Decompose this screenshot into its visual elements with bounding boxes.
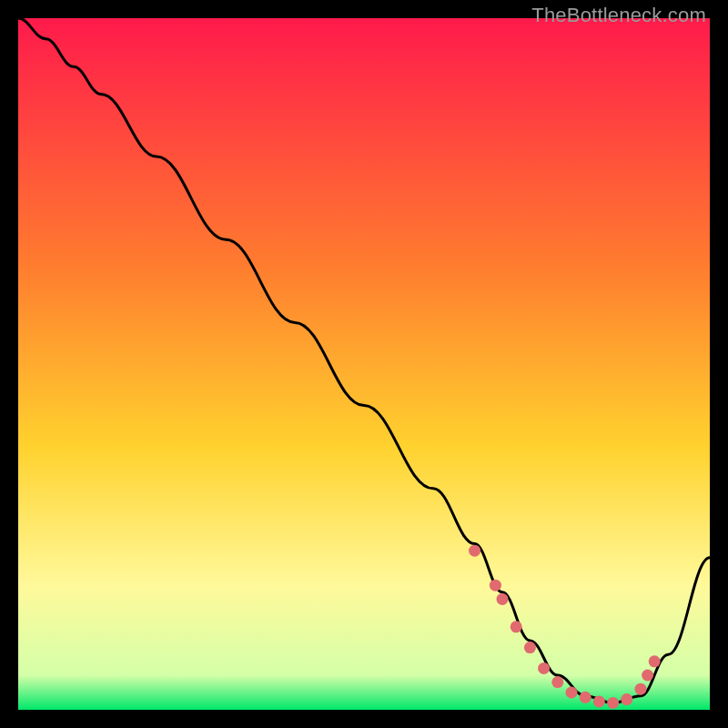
- marker-dot: [511, 621, 522, 632]
- marker-dot: [524, 642, 536, 653]
- marker-dot: [580, 692, 592, 703]
- marker-dot: [642, 670, 653, 682]
- marker-dot: [469, 545, 480, 557]
- marker-dot: [621, 693, 632, 705]
- bottleneck-chart: [18, 18, 710, 710]
- marker-dot: [490, 580, 501, 592]
- marker-dot: [649, 655, 661, 667]
- watermark-text: TheBottleneck.com: [531, 4, 706, 27]
- marker-dot: [635, 683, 647, 695]
- marker-dot: [593, 695, 605, 707]
- marker-dot: [497, 593, 509, 605]
- marker-dot: [566, 687, 578, 699]
- marker-dot: [551, 676, 563, 688]
- marker-dot: [607, 697, 619, 709]
- chart-frame: [18, 18, 710, 710]
- gradient-background: [18, 18, 710, 710]
- marker-dot: [538, 662, 550, 674]
